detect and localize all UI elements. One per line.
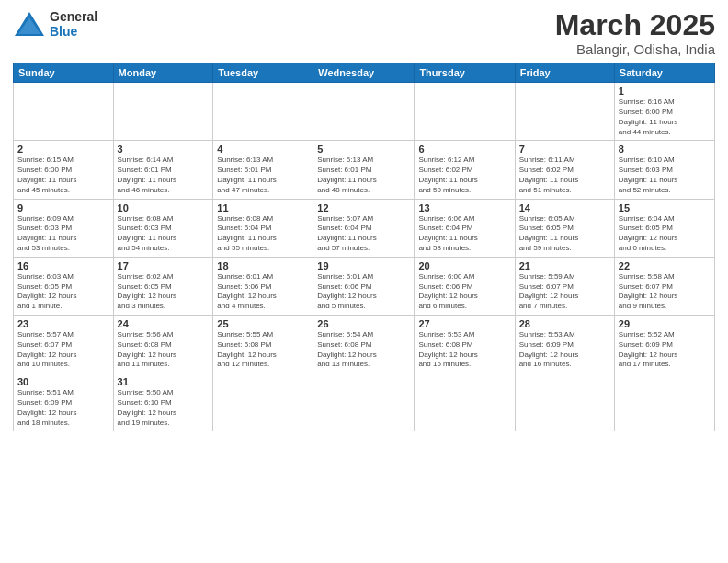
table-row — [415, 373, 515, 431]
table-row: 26Sunrise: 5:54 AM Sunset: 6:08 PM Dayli… — [313, 315, 415, 373]
table-row — [614, 373, 714, 431]
table-row: 16Sunrise: 6:03 AM Sunset: 6:05 PM Dayli… — [14, 257, 114, 315]
calendar-week-row: 23Sunrise: 5:57 AM Sunset: 6:07 PM Dayli… — [14, 315, 715, 373]
table-row — [515, 83, 614, 141]
day-number: 23 — [17, 318, 109, 329]
table-row: 21Sunrise: 5:59 AM Sunset: 6:07 PM Dayli… — [515, 257, 614, 315]
day-info: Sunrise: 6:16 AM Sunset: 6:00 PM Dayligh… — [619, 98, 711, 137]
logo-text: General Blue — [50, 9, 97, 39]
day-info: Sunrise: 6:13 AM Sunset: 6:01 PM Dayligh… — [217, 155, 309, 195]
table-row: 5Sunrise: 6:13 AM Sunset: 6:01 PM Daylig… — [313, 141, 415, 199]
day-number: 26 — [317, 318, 410, 329]
day-info: Sunrise: 6:08 AM Sunset: 6:03 PM Dayligh… — [118, 214, 210, 254]
table-row: 11Sunrise: 6:08 AM Sunset: 6:04 PM Dayli… — [213, 199, 313, 257]
calendar-week-row: 30Sunrise: 5:51 AM Sunset: 6:09 PM Dayli… — [14, 373, 715, 431]
day-number: 15 — [619, 202, 711, 213]
day-number: 8 — [619, 144, 711, 155]
day-info: Sunrise: 5:53 AM Sunset: 6:08 PM Dayligh… — [418, 330, 510, 370]
day-info: Sunrise: 6:09 AM Sunset: 6:03 PM Dayligh… — [17, 214, 109, 254]
table-row: 31Sunrise: 5:50 AM Sunset: 6:10 PM Dayli… — [113, 373, 213, 431]
calendar-week-row: 16Sunrise: 6:03 AM Sunset: 6:05 PM Dayli… — [14, 257, 715, 315]
table-row: 18Sunrise: 6:01 AM Sunset: 6:06 PM Dayli… — [213, 257, 313, 315]
day-info: Sunrise: 5:52 AM Sunset: 6:09 PM Dayligh… — [619, 330, 711, 370]
table-row: 24Sunrise: 5:56 AM Sunset: 6:08 PM Dayli… — [113, 315, 213, 373]
table-row: 28Sunrise: 5:53 AM Sunset: 6:09 PM Dayli… — [515, 315, 614, 373]
day-info: Sunrise: 5:58 AM Sunset: 6:07 PM Dayligh… — [619, 272, 711, 312]
day-number: 4 — [217, 144, 309, 155]
day-info: Sunrise: 6:03 AM Sunset: 6:05 PM Dayligh… — [17, 272, 109, 312]
day-info: Sunrise: 5:59 AM Sunset: 6:07 PM Dayligh… — [519, 272, 610, 312]
day-number: 18 — [217, 260, 309, 271]
table-row: 25Sunrise: 5:55 AM Sunset: 6:08 PM Dayli… — [213, 315, 313, 373]
table-row: 1Sunrise: 6:16 AM Sunset: 6:00 PM Daylig… — [614, 83, 714, 141]
day-info: Sunrise: 5:50 AM Sunset: 6:10 PM Dayligh… — [118, 388, 210, 428]
day-info: Sunrise: 5:57 AM Sunset: 6:07 PM Dayligh… — [17, 330, 109, 370]
day-number: 12 — [317, 202, 410, 213]
col-friday: Friday — [515, 63, 614, 83]
table-row — [213, 373, 313, 431]
table-row: 6Sunrise: 6:12 AM Sunset: 6:02 PM Daylig… — [415, 141, 515, 199]
table-row: 20Sunrise: 6:00 AM Sunset: 6:06 PM Dayli… — [415, 257, 515, 315]
day-info: Sunrise: 6:13 AM Sunset: 6:01 PM Dayligh… — [317, 155, 410, 195]
day-number: 11 — [217, 202, 309, 213]
day-number: 21 — [519, 260, 610, 271]
day-number: 13 — [418, 202, 510, 213]
table-row: 29Sunrise: 5:52 AM Sunset: 6:09 PM Dayli… — [614, 315, 714, 373]
table-row: 4Sunrise: 6:13 AM Sunset: 6:01 PM Daylig… — [213, 141, 313, 199]
day-number: 2 — [17, 144, 109, 155]
day-info: Sunrise: 6:07 AM Sunset: 6:04 PM Dayligh… — [317, 214, 410, 254]
table-row: 7Sunrise: 6:11 AM Sunset: 6:02 PM Daylig… — [515, 141, 614, 199]
calendar-header-row: Sunday Monday Tuesday Wednesday Thursday… — [14, 63, 715, 83]
day-number: 25 — [217, 318, 309, 329]
table-row — [415, 83, 515, 141]
table-row: 23Sunrise: 5:57 AM Sunset: 6:07 PM Dayli… — [14, 315, 114, 373]
day-number: 6 — [418, 144, 510, 155]
table-row: 19Sunrise: 6:01 AM Sunset: 6:06 PM Dayli… — [313, 257, 415, 315]
col-monday: Monday — [113, 63, 213, 83]
title-area: March 2025 Balangir, Odisha, India — [555, 9, 715, 57]
table-row: 2Sunrise: 6:15 AM Sunset: 6:00 PM Daylig… — [14, 141, 114, 199]
calendar-week-row: 9Sunrise: 6:09 AM Sunset: 6:03 PM Daylig… — [14, 199, 715, 257]
day-number: 29 — [619, 318, 711, 329]
table-row: 30Sunrise: 5:51 AM Sunset: 6:09 PM Dayli… — [14, 373, 114, 431]
day-info: Sunrise: 5:56 AM Sunset: 6:08 PM Dayligh… — [118, 330, 210, 370]
day-number: 27 — [418, 318, 510, 329]
day-info: Sunrise: 5:51 AM Sunset: 6:09 PM Dayligh… — [17, 388, 109, 428]
col-thursday: Thursday — [415, 63, 515, 83]
logo: General Blue — [13, 9, 97, 39]
col-saturday: Saturday — [614, 63, 714, 83]
day-info: Sunrise: 6:14 AM Sunset: 6:01 PM Dayligh… — [118, 155, 210, 195]
day-info: Sunrise: 5:54 AM Sunset: 6:08 PM Dayligh… — [317, 330, 410, 370]
day-info: Sunrise: 6:01 AM Sunset: 6:06 PM Dayligh… — [217, 272, 309, 312]
table-row: 15Sunrise: 6:04 AM Sunset: 6:05 PM Dayli… — [614, 199, 714, 257]
day-info: Sunrise: 6:01 AM Sunset: 6:06 PM Dayligh… — [317, 272, 410, 312]
day-number: 19 — [317, 260, 410, 271]
table-row: 3Sunrise: 6:14 AM Sunset: 6:01 PM Daylig… — [113, 141, 213, 199]
logo-icon — [13, 10, 46, 38]
day-info: Sunrise: 6:00 AM Sunset: 6:06 PM Dayligh… — [418, 272, 510, 312]
table-row — [313, 83, 415, 141]
table-row: 9Sunrise: 6:09 AM Sunset: 6:03 PM Daylig… — [14, 199, 114, 257]
day-info: Sunrise: 6:06 AM Sunset: 6:04 PM Dayligh… — [418, 214, 510, 254]
table-row: 12Sunrise: 6:07 AM Sunset: 6:04 PM Dayli… — [313, 199, 415, 257]
table-row — [213, 83, 313, 141]
table-row — [313, 373, 415, 431]
day-info: Sunrise: 6:05 AM Sunset: 6:05 PM Dayligh… — [519, 214, 610, 254]
day-number: 22 — [619, 260, 711, 271]
day-info: Sunrise: 5:53 AM Sunset: 6:09 PM Dayligh… — [519, 330, 610, 370]
calendar-week-row: 1Sunrise: 6:16 AM Sunset: 6:00 PM Daylig… — [14, 83, 715, 141]
day-number: 14 — [519, 202, 610, 213]
table-row: 17Sunrise: 6:02 AM Sunset: 6:05 PM Dayli… — [113, 257, 213, 315]
day-number: 1 — [619, 86, 711, 97]
table-row: 8Sunrise: 6:10 AM Sunset: 6:03 PM Daylig… — [614, 141, 714, 199]
day-number: 20 — [418, 260, 510, 271]
day-info: Sunrise: 6:11 AM Sunset: 6:02 PM Dayligh… — [519, 155, 610, 195]
col-sunday: Sunday — [14, 63, 114, 83]
table-row — [14, 83, 114, 141]
col-tuesday: Tuesday — [213, 63, 313, 83]
day-number: 5 — [317, 144, 410, 155]
day-info: Sunrise: 6:10 AM Sunset: 6:03 PM Dayligh… — [619, 155, 711, 195]
day-number: 24 — [118, 318, 210, 329]
day-number: 3 — [118, 144, 210, 155]
day-number: 16 — [17, 260, 109, 271]
